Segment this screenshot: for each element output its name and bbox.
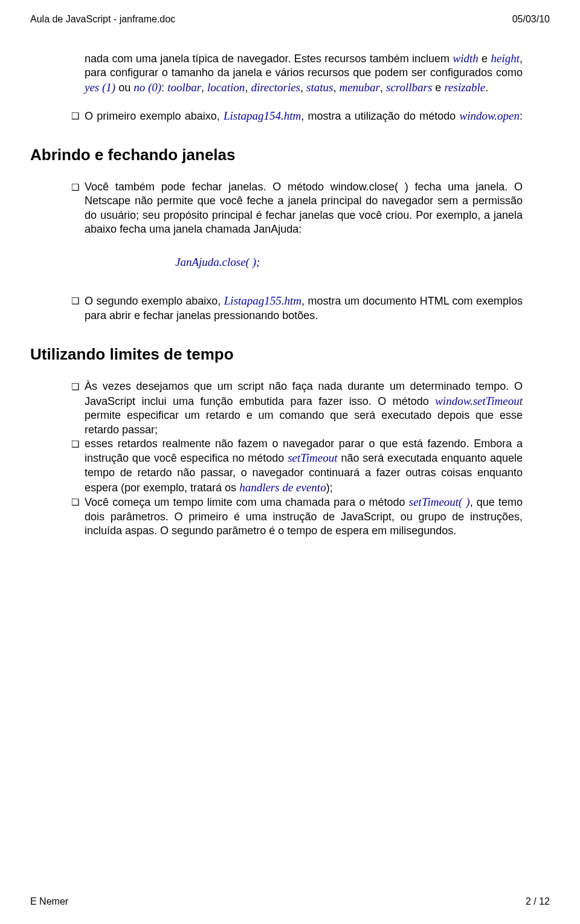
footer-left: E Nemer <box>30 896 68 908</box>
paragraph: nada com uma janela típica de navegador.… <box>85 51 523 95</box>
list-item: ❑ O primeiro exemplo abaixo, Listapag154… <box>66 109 523 124</box>
bullet-icon: ❑ <box>66 180 85 193</box>
heading-opening-closing: Abrindo e fechando janelas <box>30 145 523 166</box>
list-item: ❑ Você começa um tempo limite com uma ch… <box>66 495 523 538</box>
paragraph: esses retardos realmente não fazem o nav… <box>85 437 523 495</box>
list-item: ❑ Você também pode fechar janelas. O mét… <box>66 180 523 237</box>
footer-right: 2 / 12 <box>526 896 550 908</box>
paragraph: Você também pode fechar janelas. O métod… <box>85 180 523 237</box>
bullet-group-1b: ❑ O primeiro exemplo abaixo, Listapag154… <box>66 109 523 124</box>
page-header: Aula de JavaScript - janframe.doc 05/03/… <box>30 13 550 26</box>
page-footer: E Nemer 2 / 12 <box>30 896 550 908</box>
bullet-icon: ❑ <box>66 109 85 122</box>
bullet-icon: ❑ <box>66 294 85 307</box>
bullet-group-3: ❑ O segundo exemplo abaixo, Listapag155.… <box>66 294 523 323</box>
list-item: nada com uma janela típica de navegador.… <box>66 51 523 95</box>
paragraph: Às vezes desejamos que um script não faç… <box>85 380 523 437</box>
header-left: Aula de JavaScript - janframe.doc <box>30 13 175 26</box>
list-item: ❑ O segundo exemplo abaixo, Listapag155.… <box>66 294 523 323</box>
heading-timeouts: Utilizando limites de tempo <box>30 344 523 365</box>
header-right: 05/03/10 <box>512 13 550 26</box>
bullet-group-1: nada com uma janela típica de navegador.… <box>66 51 523 95</box>
paragraph: O primeiro exemplo abaixo, Listapag154.h… <box>85 109 523 124</box>
paragraph: Você começa um tempo limite com uma cham… <box>85 495 523 538</box>
bullet-group-4: ❑ Às vezes desejamos que um script não f… <box>66 380 523 538</box>
bullet-icon <box>66 51 85 53</box>
paragraph: O segundo exemplo abaixo, Listapag155.ht… <box>85 294 523 323</box>
bullet-icon: ❑ <box>66 495 85 508</box>
bullet-group-2: ❑ Você também pode fechar janelas. O mét… <box>66 180 523 237</box>
bullet-icon: ❑ <box>66 380 85 393</box>
code-snippet: JanAjuda.close( ); <box>175 255 523 270</box>
list-item: ❑ Às vezes desejamos que um script não f… <box>66 380 523 437</box>
list-item: ❑ esses retardos realmente não fazem o n… <box>66 437 523 495</box>
page-container: Aula de JavaScript - janframe.doc 05/03/… <box>0 0 580 924</box>
content-area: nada com uma janela típica de navegador.… <box>30 51 550 538</box>
bullet-icon: ❑ <box>66 437 85 450</box>
